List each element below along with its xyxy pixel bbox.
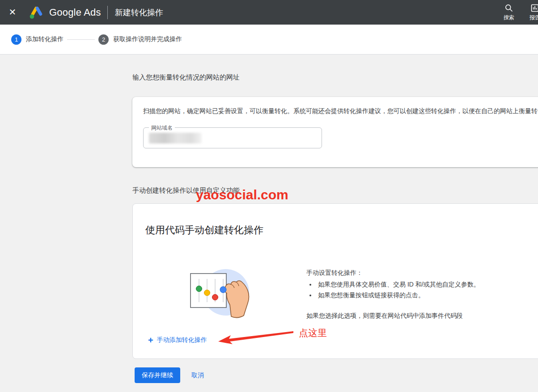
domain-input[interactable]: 网站域名 (143, 127, 322, 148)
search-label: 搜索 (504, 14, 514, 21)
yellow-slider-dot (204, 290, 210, 296)
topbar: ✕ Google Ads 新建转化操作 搜索 报告 (0, 0, 538, 25)
bullet-item: 如果您使用具体交易价值、交易 ID 和/或其他自定义参数。 (316, 279, 538, 290)
step-2-label: 获取操作说明并完成操作 (113, 35, 182, 43)
domain-input-redacted-value (149, 133, 202, 143)
red-slider-dot (212, 295, 218, 300)
reports-label: 报告 (530, 14, 538, 21)
step-2-get-instructions[interactable]: 2 获取操作说明并完成操作 (98, 34, 182, 45)
report-icon (530, 4, 538, 13)
sliders-hand-illustration (181, 261, 253, 322)
search-icon (504, 4, 513, 13)
watermark-text: yaosocial.com (196, 187, 288, 202)
cancel-button[interactable]: 取消 (191, 371, 204, 379)
save-and-continue-button[interactable]: 保存并继续 (135, 367, 180, 383)
plus-icon: + (148, 336, 153, 345)
details-intro: 手动设置转化操作： (306, 267, 538, 278)
reports-button[interactable]: 报告 (522, 0, 538, 25)
search-button[interactable]: 搜索 (496, 0, 522, 25)
close-icon[interactable]: ✕ (0, 0, 25, 25)
website-scan-card: 扫描您的网站，确定网站已妥善设置，可以衡量转化。系统可能还会提供转化操作建议，您… (132, 97, 538, 167)
details-note: 如果您选择此选项，则需要在网站代码中添加事件代码段 (306, 310, 538, 321)
annotation-click-here: 点这里 (299, 327, 327, 339)
step-1-circle: 1 (11, 34, 21, 45)
section-url-heading: 输入您想衡量转化情况的网站的网址 (132, 73, 240, 82)
domain-input-label: 网站域名 (149, 124, 175, 132)
brand-name: Google Ads (49, 7, 101, 18)
step-1-add-conversion[interactable]: 1 添加转化操作 (11, 34, 64, 45)
google-ads-logo (29, 5, 45, 20)
new-conversion-action-page: ✕ Google Ads 新建转化操作 搜索 报告 (0, 0, 538, 392)
topbar-actions: 搜索 报告 (496, 0, 538, 25)
manual-code-card: 使用代码手动创建转化操作 手动设置转化操作： 如果您使用具体交易价值、交易 ID… (132, 203, 538, 359)
step-2-circle: 2 (98, 34, 109, 45)
add-link-label: 手动添加转化操作 (157, 336, 207, 344)
bullet-item: 如果您想衡量按钮或链接获得的点击。 (316, 290, 538, 300)
details-bullets: 如果您使用具体交易价值、交易 ID 和/或其他自定义参数。 如果您想衡量按钮或链… (316, 279, 538, 300)
topbar-divider (107, 6, 108, 19)
green-slider-dot (196, 286, 202, 292)
manual-card-title: 使用代码手动创建转化操作 (145, 223, 263, 237)
blue-slider-dot (220, 287, 226, 293)
step-connector (67, 39, 95, 40)
scan-description: 扫描您的网站，确定网站已妥善设置，可以衡量转化。系统可能还会提供转化操作建议，您… (143, 107, 538, 115)
stepper: 1 添加转化操作 2 获取操作说明并完成操作 (0, 25, 538, 55)
page-title: 新建转化操作 (115, 7, 163, 18)
add-conversion-manually-link[interactable]: + 手动添加转化操作 (148, 336, 207, 345)
footer-actions: 保存并继续 取消 (135, 367, 204, 383)
step-1-label: 添加转化操作 (26, 35, 64, 43)
manual-details: 手动设置转化操作： 如果您使用具体交易价值、交易 ID 和/或其他自定义参数。 … (306, 267, 538, 321)
